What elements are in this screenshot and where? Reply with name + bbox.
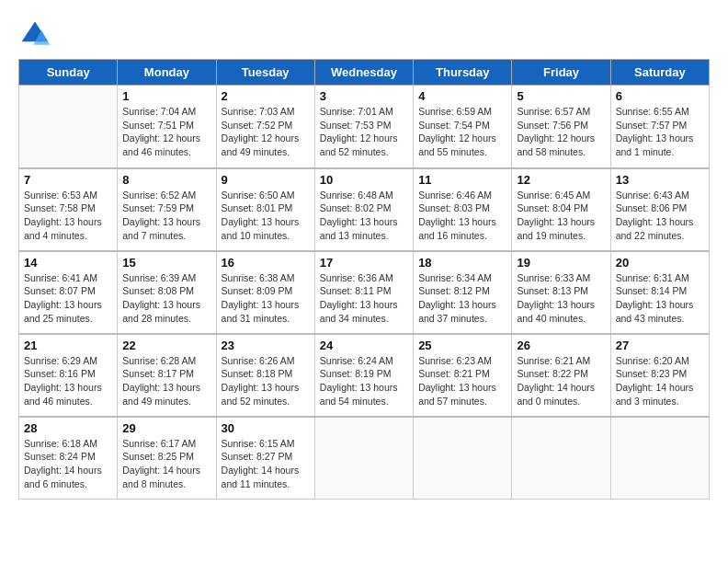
- day-number: 2: [222, 89, 310, 103]
- calendar-cell: 14Sunrise: 6:41 AM Sunset: 8:07 PM Dayli…: [19, 251, 118, 334]
- day-info: Sunrise: 6:41 AM Sunset: 8:07 PM Dayligh…: [24, 271, 112, 326]
- calendar-cell: [19, 86, 118, 168]
- calendar-cell: [610, 417, 709, 500]
- day-info: Sunrise: 6:50 AM Sunset: 8:01 PM Dayligh…: [222, 189, 310, 243]
- day-number: 4: [418, 89, 506, 103]
- calendar-cell: 21Sunrise: 6:29 AM Sunset: 8:16 PM Dayli…: [19, 334, 118, 417]
- day-number: 1: [122, 89, 210, 103]
- col-header-saturday: Saturday: [610, 60, 709, 86]
- logo: [18, 18, 57, 52]
- calendar-table: SundayMondayTuesdayWednesdayThursdayFrid…: [18, 59, 710, 500]
- calendar-cell: 29Sunrise: 6:17 AM Sunset: 8:25 PM Dayli…: [118, 417, 216, 500]
- col-header-thursday: Thursday: [414, 60, 512, 86]
- day-info: Sunrise: 6:21 AM Sunset: 8:22 PM Dayligh…: [517, 354, 605, 408]
- calendar-cell: 7Sunrise: 6:53 AM Sunset: 7:58 PM Daylig…: [19, 168, 118, 251]
- calendar-cell: 17Sunrise: 6:36 AM Sunset: 8:11 PM Dayli…: [314, 251, 413, 334]
- day-info: Sunrise: 6:55 AM Sunset: 7:57 PM Dayligh…: [616, 105, 704, 159]
- calendar-cell: [314, 417, 413, 500]
- calendar-cell: 6Sunrise: 6:55 AM Sunset: 7:57 PM Daylig…: [610, 86, 709, 168]
- day-info: Sunrise: 6:17 AM Sunset: 8:25 PM Dayligh…: [122, 437, 210, 491]
- day-info: Sunrise: 6:33 AM Sunset: 8:13 PM Dayligh…: [517, 271, 605, 326]
- day-number: 15: [122, 256, 210, 270]
- day-number: 6: [616, 89, 704, 103]
- calendar-cell: 11Sunrise: 6:46 AM Sunset: 8:03 PM Dayli…: [414, 168, 512, 251]
- day-info: Sunrise: 6:59 AM Sunset: 7:54 PM Dayligh…: [418, 105, 506, 159]
- calendar-cell: 30Sunrise: 6:15 AM Sunset: 8:27 PM Dayli…: [216, 417, 314, 500]
- calendar-cell: 23Sunrise: 6:26 AM Sunset: 8:18 PM Dayli…: [216, 334, 314, 417]
- calendar-cell: 5Sunrise: 6:57 AM Sunset: 7:56 PM Daylig…: [512, 86, 610, 168]
- calendar-cell: 4Sunrise: 6:59 AM Sunset: 7:54 PM Daylig…: [414, 86, 512, 168]
- day-info: Sunrise: 6:53 AM Sunset: 7:58 PM Dayligh…: [24, 189, 112, 243]
- day-info: Sunrise: 6:46 AM Sunset: 8:03 PM Dayligh…: [418, 189, 506, 243]
- day-number: 17: [320, 256, 408, 270]
- day-number: 23: [222, 339, 310, 352]
- day-info: Sunrise: 6:38 AM Sunset: 8:09 PM Dayligh…: [222, 271, 310, 326]
- calendar-cell: 9Sunrise: 6:50 AM Sunset: 8:01 PM Daylig…: [216, 168, 314, 251]
- col-header-wednesday: Wednesday: [314, 60, 413, 86]
- day-number: 21: [24, 339, 112, 352]
- day-number: 25: [418, 339, 506, 352]
- day-info: Sunrise: 6:43 AM Sunset: 8:06 PM Dayligh…: [616, 189, 704, 243]
- day-info: Sunrise: 7:03 AM Sunset: 7:52 PM Dayligh…: [222, 105, 310, 159]
- day-number: 7: [24, 173, 112, 187]
- col-header-tuesday: Tuesday: [216, 60, 314, 86]
- day-number: 3: [320, 89, 408, 103]
- day-number: 27: [616, 339, 704, 352]
- day-number: 12: [517, 173, 605, 187]
- day-info: Sunrise: 7:04 AM Sunset: 7:51 PM Dayligh…: [122, 105, 210, 159]
- logo-icon: [18, 18, 51, 52]
- day-number: 8: [122, 173, 210, 187]
- calendar-cell: 12Sunrise: 6:45 AM Sunset: 8:04 PM Dayli…: [512, 168, 610, 251]
- day-info: Sunrise: 6:20 AM Sunset: 8:23 PM Dayligh…: [616, 354, 704, 408]
- day-info: Sunrise: 6:29 AM Sunset: 8:16 PM Dayligh…: [24, 354, 112, 408]
- day-info: Sunrise: 6:18 AM Sunset: 8:24 PM Dayligh…: [24, 437, 112, 491]
- calendar-cell: 26Sunrise: 6:21 AM Sunset: 8:22 PM Dayli…: [512, 334, 610, 417]
- calendar-cell: 20Sunrise: 6:31 AM Sunset: 8:14 PM Dayli…: [610, 251, 709, 334]
- calendar-cell: 25Sunrise: 6:23 AM Sunset: 8:21 PM Dayli…: [414, 334, 512, 417]
- day-number: 13: [616, 173, 704, 187]
- col-header-sunday: Sunday: [19, 60, 118, 86]
- calendar-cell: 15Sunrise: 6:39 AM Sunset: 8:08 PM Dayli…: [118, 251, 216, 334]
- calendar-cell: 13Sunrise: 6:43 AM Sunset: 8:06 PM Dayli…: [610, 168, 709, 251]
- calendar-cell: 19Sunrise: 6:33 AM Sunset: 8:13 PM Dayli…: [512, 251, 610, 334]
- day-info: Sunrise: 7:01 AM Sunset: 7:53 PM Dayligh…: [320, 105, 408, 159]
- day-info: Sunrise: 6:34 AM Sunset: 8:12 PM Dayligh…: [418, 271, 506, 326]
- col-header-friday: Friday: [512, 60, 610, 86]
- day-info: Sunrise: 6:48 AM Sunset: 8:02 PM Dayligh…: [320, 189, 408, 243]
- calendar-cell: 24Sunrise: 6:24 AM Sunset: 8:19 PM Dayli…: [314, 334, 413, 417]
- day-number: 20: [616, 256, 704, 270]
- day-info: Sunrise: 6:23 AM Sunset: 8:21 PM Dayligh…: [418, 354, 506, 408]
- calendar-cell: 16Sunrise: 6:38 AM Sunset: 8:09 PM Dayli…: [216, 251, 314, 334]
- calendar-cell: 10Sunrise: 6:48 AM Sunset: 8:02 PM Dayli…: [314, 168, 413, 251]
- day-number: 10: [320, 173, 408, 187]
- day-info: Sunrise: 6:28 AM Sunset: 8:17 PM Dayligh…: [122, 354, 210, 408]
- day-info: Sunrise: 6:31 AM Sunset: 8:14 PM Dayligh…: [616, 271, 704, 326]
- day-number: 19: [517, 256, 605, 270]
- calendar-cell: 8Sunrise: 6:52 AM Sunset: 7:59 PM Daylig…: [118, 168, 216, 251]
- day-number: 16: [222, 256, 310, 270]
- calendar-cell: [414, 417, 512, 500]
- day-info: Sunrise: 6:26 AM Sunset: 8:18 PM Dayligh…: [222, 354, 310, 408]
- day-info: Sunrise: 6:24 AM Sunset: 8:19 PM Dayligh…: [320, 354, 408, 408]
- calendar-cell: 1Sunrise: 7:04 AM Sunset: 7:51 PM Daylig…: [118, 86, 216, 168]
- calendar-cell: 18Sunrise: 6:34 AM Sunset: 8:12 PM Dayli…: [414, 251, 512, 334]
- day-number: 26: [517, 339, 605, 352]
- day-number: 18: [418, 256, 506, 270]
- calendar-cell: 3Sunrise: 7:01 AM Sunset: 7:53 PM Daylig…: [314, 86, 413, 168]
- calendar-cell: 2Sunrise: 7:03 AM Sunset: 7:52 PM Daylig…: [216, 86, 314, 168]
- day-info: Sunrise: 6:57 AM Sunset: 7:56 PM Dayligh…: [517, 105, 605, 159]
- day-number: 22: [122, 339, 210, 352]
- day-number: 29: [122, 421, 210, 435]
- calendar-cell: 22Sunrise: 6:28 AM Sunset: 8:17 PM Dayli…: [118, 334, 216, 417]
- day-info: Sunrise: 6:52 AM Sunset: 7:59 PM Dayligh…: [122, 189, 210, 243]
- day-number: 14: [24, 256, 112, 270]
- day-number: 11: [418, 173, 506, 187]
- calendar-cell: 27Sunrise: 6:20 AM Sunset: 8:23 PM Dayli…: [610, 334, 709, 417]
- col-header-monday: Monday: [118, 60, 216, 86]
- day-info: Sunrise: 6:45 AM Sunset: 8:04 PM Dayligh…: [517, 189, 605, 243]
- day-info: Sunrise: 6:36 AM Sunset: 8:11 PM Dayligh…: [320, 271, 408, 326]
- day-number: 24: [320, 339, 408, 352]
- calendar-cell: [512, 417, 610, 500]
- day-number: 9: [222, 173, 310, 187]
- page-header: [18, 18, 710, 52]
